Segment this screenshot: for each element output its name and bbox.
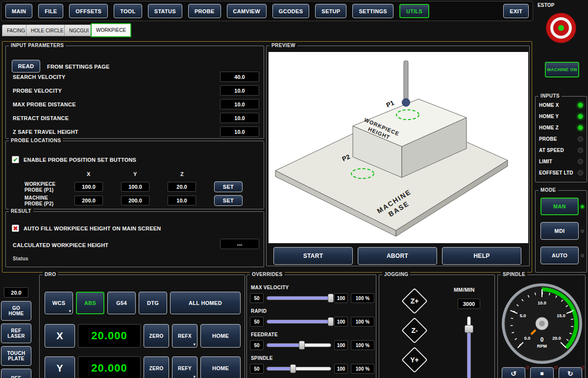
rapid-max: 100 <box>334 317 348 327</box>
estop-center-led <box>558 25 564 31</box>
slider-handle[interactable] <box>328 294 334 302</box>
input-label-home-z: HOME Z <box>539 125 559 130</box>
x-ref-label: REFX <box>178 333 192 339</box>
ref-button[interactable]: REF <box>1 369 31 378</box>
jog-rate-label: MM/MIN <box>454 287 475 293</box>
mode-man-button[interactable]: MAN <box>540 198 579 215</box>
menu-camview[interactable]: CAMVIEW <box>227 4 267 18</box>
machine-on-button[interactable]: MACHINE ON <box>545 62 579 77</box>
enable-probe-checkbox[interactable] <box>12 156 19 163</box>
start-button[interactable]: START <box>273 247 353 265</box>
dropdown-arrow-icon <box>194 375 196 378</box>
field-value-z-safe-height[interactable]: 10.0 <box>220 126 259 137</box>
menu-file[interactable]: FILE <box>38 4 63 18</box>
estop-title: ESTOP <box>538 2 555 8</box>
p1-z-value[interactable]: 20.0 <box>168 182 196 192</box>
y-ref-label: REFY <box>178 366 192 371</box>
feedrate-max: 100 <box>334 340 348 350</box>
top-menu-bar: MAIN FILE OFFSETS TOOL STATUS PROBE CAMV… <box>1 1 533 21</box>
exit-button[interactable]: EXIT <box>503 4 529 18</box>
menu-gcodes[interactable]: GCODES <box>272 4 309 18</box>
feedrate-percent: 100 % <box>351 340 374 350</box>
rapid-slider[interactable] <box>267 317 331 326</box>
estop-button[interactable] <box>546 13 576 43</box>
p1-set-button[interactable]: SET <box>214 181 243 192</box>
y-ref-button[interactable]: REFY <box>172 356 197 378</box>
p2-set-button[interactable]: SET <box>214 195 243 206</box>
probe-led <box>578 136 583 142</box>
autofill-checkbox[interactable] <box>12 225 19 232</box>
help-button[interactable]: HELP <box>442 247 521 265</box>
input-row: EOFFSET LTD <box>539 167 583 178</box>
jog-z-plus-button[interactable]: Z+ <box>401 287 428 315</box>
ref-laser-button[interactable]: REF LASER <box>1 324 31 343</box>
p2-z-value[interactable]: 10.0 <box>168 196 196 205</box>
p1-x-value[interactable]: 100.0 <box>74 182 103 192</box>
app-root: MAIN FILE OFFSETS TOOL STATUS PROBE CAMV… <box>0 0 588 378</box>
menu-status[interactable]: STATUS <box>148 4 182 18</box>
feedrate-label: FEEDRATE <box>251 332 278 337</box>
feedrate-slider[interactable] <box>267 341 331 350</box>
all-homed-button[interactable]: ALL HOMED <box>170 292 241 314</box>
dtg-button[interactable]: DTG <box>139 292 167 314</box>
input-label-home-x: HOME X <box>539 102 559 108</box>
abs-button[interactable]: ABS <box>76 292 104 314</box>
eoffset-led <box>578 170 583 176</box>
x-zero-button[interactable]: ZERO <box>144 324 169 348</box>
at-speed-led <box>578 148 583 153</box>
slider-handle[interactable] <box>299 341 305 350</box>
field-value-retract-distance[interactable]: 10.0 <box>220 113 259 123</box>
p2-y-value[interactable]: 200.0 <box>121 196 149 205</box>
menu-utils[interactable]: UTILS <box>399 4 429 18</box>
y-home-button[interactable]: HOME <box>200 356 241 378</box>
spindle-ovr-slider[interactable] <box>267 364 331 373</box>
p1-y-value[interactable]: 100.0 <box>121 182 149 192</box>
calc-height-label: CALCULATED WORKPIECE HEIGHT <box>13 242 108 248</box>
spindle-stop-button[interactable]: ■ <box>530 367 554 378</box>
mode-mdi-button[interactable]: MDI <box>540 222 579 240</box>
wcs-button[interactable]: WCS <box>45 292 73 314</box>
slider-handle[interactable] <box>328 317 334 326</box>
field-label-retract-distance: RETRACT DISTANCE <box>13 115 69 121</box>
spindle-reverse-button[interactable]: ↺ <box>502 367 525 378</box>
read-button[interactable]: READ <box>12 60 40 73</box>
y-zero-button[interactable]: ZERO <box>144 356 169 378</box>
rapid-min: 50 <box>250 317 264 327</box>
slider-handle[interactable] <box>465 325 473 333</box>
x-home-button[interactable]: HOME <box>200 324 241 348</box>
spindle-panel-title: SPINDLE <box>501 272 527 277</box>
mode-auto-button[interactable]: AUTO <box>540 247 579 264</box>
slider-handle[interactable] <box>290 364 296 373</box>
axis-y-button[interactable]: Y <box>45 356 75 378</box>
touch-plate-button[interactable]: TOUCH PLATE <box>1 346 31 366</box>
mode-man-led <box>581 205 584 208</box>
p2-x-value[interactable]: 200.0 <box>74 196 103 205</box>
menu-setup[interactable]: SETUP <box>315 4 346 18</box>
spindle-ovr-label: SPINDLE <box>251 355 273 361</box>
side-display: 20.0 <box>4 287 28 298</box>
menu-probe[interactable]: PROBE <box>188 4 221 18</box>
jog-rate-slider[interactable] <box>465 316 473 378</box>
jog-y-plus-button[interactable]: Y+ <box>401 346 428 374</box>
tab-ngcgui[interactable]: NGCGUI <box>64 25 94 36</box>
abort-button[interactable]: ABORT <box>358 247 437 265</box>
menu-tool[interactable]: TOOL <box>114 4 142 18</box>
menu-offsets[interactable]: OFFSETS <box>69 4 108 18</box>
tab-workpiece[interactable]: WORKPIECE <box>91 23 131 37</box>
tab-hole-circle[interactable]: HOLE CIRCLE <box>26 25 69 36</box>
spindle-forward-button[interactable]: ↻ <box>559 367 582 378</box>
x-ref-button[interactable]: REFX <box>172 324 197 348</box>
field-value-probe-velocity[interactable]: 10.0 <box>220 85 259 96</box>
y-dro-display: 20.000 <box>78 356 141 378</box>
menu-main[interactable]: MAIN <box>5 4 32 18</box>
input-row: HOME Z <box>539 122 583 133</box>
g54-button[interactable]: G54 <box>107 292 136 314</box>
go-home-button[interactable]: GO HOME <box>1 301 31 321</box>
axis-x-button[interactable]: X <box>45 324 75 348</box>
jog-z-minus-label: Z- <box>401 317 428 344</box>
field-value-max-probe-distance[interactable]: 10.0 <box>220 99 259 109</box>
field-value-search-velocity[interactable]: 40.0 <box>220 72 259 82</box>
max-velocity-slider[interactable] <box>267 294 331 302</box>
jog-z-minus-button[interactable]: Z- <box>401 317 428 344</box>
menu-settings[interactable]: SETTINGS <box>352 4 393 18</box>
